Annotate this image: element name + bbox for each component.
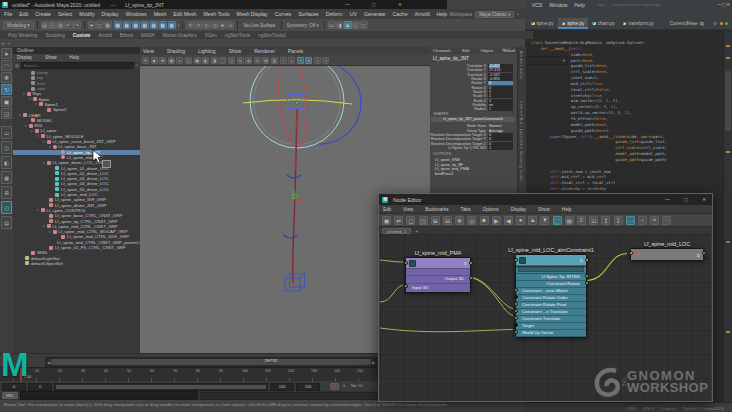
input-port[interactable] bbox=[514, 258, 518, 262]
select-tool[interactable]: ➤ bbox=[1, 48, 12, 59]
render-icon[interactable]: ▣ bbox=[344, 21, 352, 29]
node-editor-tool-icon[interactable]: ▤ bbox=[565, 216, 574, 225]
node-editor-tool-icon[interactable]: ↥ bbox=[601, 216, 610, 225]
no-live-surface-label[interactable]: No Live Surface bbox=[243, 23, 275, 28]
node-editor-menu-display[interactable]: Display bbox=[511, 207, 526, 212]
node-editor-tool-icon[interactable]: ✥ bbox=[455, 216, 464, 225]
node-editor-menu-bookmarks[interactable]: Bookmarks bbox=[425, 207, 448, 212]
green-port[interactable] bbox=[469, 276, 473, 280]
node-editor-tool-icon[interactable]: ⇄ bbox=[394, 216, 403, 225]
editor-tab-spine.py[interactable]: spine.py bbox=[527, 18, 558, 29]
search-options-icon[interactable]: ≡ bbox=[136, 63, 138, 68]
viewport-tool-icon[interactable]: ◍ bbox=[245, 57, 252, 64]
maya-menu-windows[interactable]: Windows bbox=[126, 11, 147, 17]
node-filter-field[interactable] bbox=[518, 267, 584, 272]
status-widget[interactable]: CRLF bbox=[626, 406, 636, 411]
node-editor-tool-icon[interactable]: ≡ bbox=[577, 216, 586, 225]
viewport-tool-icon[interactable]: ◐ bbox=[176, 57, 183, 64]
viewport-menu-show[interactable]: Show bbox=[229, 48, 242, 54]
file-icon[interactable]: ▤ bbox=[41, 21, 49, 29]
snap-icon[interactable]: ▦ bbox=[159, 21, 167, 29]
snap-icon[interactable]: ▦ bbox=[150, 21, 158, 29]
viewport-tool-icon[interactable]: ◻ bbox=[185, 57, 192, 64]
maya-menu-select[interactable]: Select bbox=[58, 11, 72, 17]
node-editor-tool-icon[interactable]: ◻ bbox=[406, 216, 415, 225]
set-key-button[interactable] bbox=[330, 383, 339, 390]
viewport-tool-icon[interactable]: ≋ bbox=[237, 57, 244, 64]
node-pma[interactable]: Lf_spine_mid_PMA≡Output 3DInput 3D bbox=[405, 257, 471, 293]
render-icon[interactable]: ◻ bbox=[360, 21, 368, 29]
node-row[interactable]: Lf Spine Tip JNTW0 bbox=[516, 274, 586, 281]
maya-menu-surfaces[interactable]: Surfaces bbox=[298, 11, 318, 17]
shelf-tab-mash[interactable]: MASH bbox=[141, 33, 155, 38]
node-editor-tool-icon[interactable]: ⋯ bbox=[626, 216, 635, 225]
node-header[interactable]: ≡ bbox=[516, 255, 586, 266]
node-editor-tool-icon[interactable]: ◌ bbox=[662, 216, 671, 225]
maya-menu-generate[interactable]: Generate bbox=[364, 11, 386, 17]
construction-history-icon[interactable]: ◴ bbox=[202, 21, 210, 29]
node-row[interactable]: Constraint ...e Translate bbox=[516, 309, 586, 316]
maximize-icon[interactable]: ▢ bbox=[372, 2, 376, 7]
horizontal-scrollbar[interactable]: ◀ ▶ bbox=[45, 357, 377, 367]
output-port[interactable] bbox=[702, 251, 706, 255]
channel-value-field[interactable]: 1 bbox=[488, 146, 513, 150]
output-node[interactable]: bindPose2 bbox=[435, 171, 453, 176]
symmetry-selector[interactable]: Symmetry: Off ▾ bbox=[287, 23, 319, 28]
node-editor-tool-icon[interactable]: ↧ bbox=[614, 216, 623, 225]
output-port[interactable] bbox=[585, 258, 589, 262]
green-port[interactable] bbox=[585, 281, 589, 285]
node-editor-tool-icon[interactable]: ▣ bbox=[382, 216, 391, 225]
outliner-menu-help[interactable]: Help bbox=[70, 55, 79, 60]
editor-tab-chain.py[interactable]: chain.py bbox=[588, 18, 619, 29]
green-port[interactable] bbox=[514, 302, 518, 306]
node-locator[interactable]: Lf_spine_mid_LOC✛≡ bbox=[630, 248, 704, 261]
node-editor-tool-icon[interactable]: ◎ bbox=[467, 216, 476, 225]
viewport-tool-icon[interactable]: ⬚ bbox=[219, 57, 226, 64]
outliner-titlebar[interactable]: Outliner bbox=[13, 47, 140, 54]
render-icon[interactable]: ◫ bbox=[352, 21, 360, 29]
shelf-tab-xgen[interactable]: XGen bbox=[205, 33, 217, 38]
node-editor-tool-icon[interactable]: ▶ bbox=[492, 216, 501, 225]
node-editor-menu-help[interactable]: Help bbox=[562, 207, 572, 212]
editor-tab-spine.py[interactable]: spine.py bbox=[558, 18, 589, 29]
green-port[interactable] bbox=[514, 330, 518, 334]
node-editor-tool-icon[interactable]: ⬚ bbox=[553, 216, 562, 225]
scroll-right-icon[interactable]: ▶ bbox=[372, 360, 375, 365]
green-port[interactable] bbox=[514, 288, 518, 292]
rotate-tool[interactable]: ↻ bbox=[1, 84, 12, 95]
status-widget[interactable]: Python 3.7 (maya2020) bbox=[684, 406, 724, 411]
expand-arrow-icon[interactable]: ▾ bbox=[37, 134, 39, 138]
outliner-menu-display[interactable]: Display bbox=[17, 55, 32, 60]
render-icon[interactable]: ◨ bbox=[336, 21, 344, 29]
maximize-icon[interactable]: ▢ bbox=[684, 197, 688, 202]
outliner-search-input[interactable] bbox=[21, 62, 134, 69]
input-port[interactable] bbox=[404, 261, 408, 265]
layout-shortcut[interactable]: ◰ bbox=[1, 201, 12, 214]
anim-start-field[interactable]: 0 bbox=[2, 383, 26, 391]
maya-menu-cache[interactable]: Cache bbox=[393, 11, 408, 17]
range-slider-thumb[interactable] bbox=[56, 385, 266, 389]
layout-shortcut[interactable]: ▭ bbox=[1, 126, 12, 139]
viewport-tool-icon[interactable]: ☀ bbox=[305, 57, 312, 64]
node-editor-tool-icon[interactable]: ⊞ bbox=[431, 216, 440, 225]
expand-arrow-icon[interactable]: ▾ bbox=[43, 140, 45, 144]
channel-value-field[interactable]: 1 bbox=[488, 107, 513, 111]
maya-menu-uv[interactable]: UV bbox=[350, 11, 357, 17]
output-port[interactable] bbox=[469, 261, 473, 265]
node-editor-menu-edit[interactable]: Edit bbox=[383, 207, 391, 212]
viewport-tool-icon[interactable]: ◒ bbox=[288, 57, 295, 64]
node-editor-tool-icon[interactable]: ● bbox=[516, 216, 525, 225]
green-port[interactable] bbox=[585, 274, 589, 278]
status-widget[interactable]: 4 spaces bbox=[661, 406, 677, 411]
expand-arrow-icon[interactable]: ▾ bbox=[43, 161, 45, 165]
viewport-tool-icon[interactable]: ⊞ bbox=[159, 57, 166, 64]
viewport-tool-icon[interactable]: ⊙ bbox=[254, 57, 261, 64]
filter-icon[interactable]: ▤ bbox=[15, 63, 19, 68]
layout-shortcut[interactable]: ⊞ bbox=[1, 186, 12, 199]
playback-end-field[interactable]: 120 bbox=[270, 383, 294, 391]
channel-box-corner-icon[interactable]: ◫ bbox=[507, 48, 510, 52]
shelf-tab-bifrost[interactable]: Bifrost bbox=[120, 33, 133, 38]
snap-icon[interactable]: ▦ bbox=[141, 21, 149, 29]
expand-arrow-icon[interactable]: ▾ bbox=[19, 113, 21, 117]
node-editor-tool-icon[interactable]: ⊟ bbox=[443, 216, 452, 225]
